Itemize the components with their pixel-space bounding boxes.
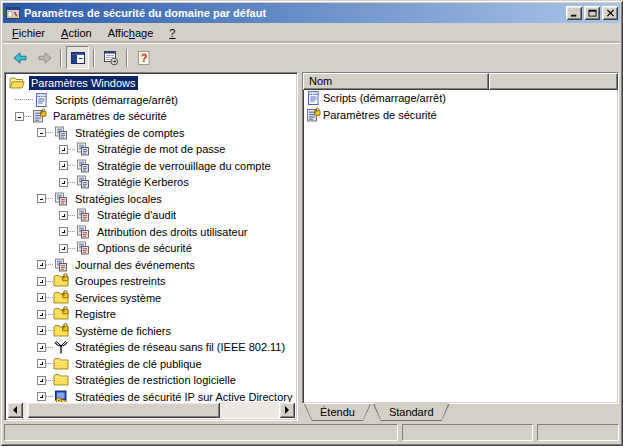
menu-item-1[interactable]: Action — [53, 25, 100, 41]
tree-item[interactable]: Stratégie de verrouillage du compte — [7, 158, 295, 175]
scrollbar-track[interactable] — [23, 402, 279, 418]
tree-item[interactable]: Scripts (démarrage/arrêt) — [7, 92, 295, 109]
tree-item[interactable]: Stratégies de comptes — [7, 125, 295, 142]
horizontal-scrollbar[interactable] — [7, 402, 295, 418]
list-item-label: Paramètres de sécurité — [323, 109, 437, 121]
export-list-button[interactable] — [99, 46, 122, 69]
status-panel — [4, 424, 398, 441]
tab-standard[interactable]: Standard — [373, 404, 450, 421]
menu-item-0[interactable]: Fichier — [4, 25, 53, 41]
expand-plus-icon[interactable] — [59, 161, 68, 170]
expand-plus-icon[interactable] — [37, 376, 46, 385]
tree-item-label: Stratégie Kerberos — [95, 175, 191, 189]
indent-spacer — [7, 330, 37, 331]
status-bar — [4, 424, 619, 441]
console-tree: Paramètres WindowsScripts (démarrage/arr… — [7, 75, 295, 402]
tree-connector — [68, 182, 75, 183]
expand-plus-icon[interactable] — [37, 310, 46, 319]
column-header-empty[interactable] — [489, 73, 618, 90]
tree-item[interactable]: Stratégies locales — [7, 191, 295, 208]
expand-plus-icon[interactable] — [37, 392, 46, 401]
tree-connector — [46, 281, 53, 282]
tab-label: Étendu — [304, 404, 371, 418]
expand-plus-icon[interactable] — [37, 277, 46, 286]
expand-plus-icon[interactable] — [37, 359, 46, 368]
indent-spacer — [7, 99, 15, 100]
indent-spacer — [7, 182, 59, 183]
collapse-minus-icon[interactable] — [37, 194, 46, 203]
console-window-icon — [5, 5, 21, 21]
minimize-button[interactable] — [566, 6, 582, 20]
tree-item-label: Système de fichiers — [73, 324, 173, 338]
expand-plus-icon[interactable] — [59, 211, 68, 220]
forward-button[interactable] — [33, 46, 56, 69]
toolbar-separator — [60, 49, 62, 67]
collapse-minus-icon[interactable] — [15, 112, 24, 121]
expand-plus-icon[interactable] — [37, 326, 46, 335]
tree-item-label: Paramètres de sécurité — [51, 109, 169, 123]
tree-item[interactable]: Stratégies de clé publique — [7, 356, 295, 373]
indent-spacer — [7, 215, 59, 216]
local-policy-icon — [75, 207, 91, 223]
indent-spacer — [7, 347, 37, 348]
indent-spacer — [7, 363, 37, 364]
tree-item[interactable]: Stratégie d'audit — [7, 207, 295, 224]
expand-plus-icon[interactable] — [59, 244, 68, 253]
local-policy-icon — [75, 224, 91, 240]
close-button[interactable] — [602, 6, 618, 20]
menu-item-3[interactable]: ? — [161, 25, 183, 41]
tree-item[interactable]: Options de sécurité — [7, 240, 295, 257]
tree-item[interactable]: Stratégie de mot de passe — [7, 141, 295, 158]
local-policy-icon — [75, 240, 91, 256]
list-item[interactable]: Paramètres de sécurité — [303, 107, 618, 124]
show-hide-console-tree-button[interactable] — [66, 46, 89, 69]
tree-item[interactable]: Système de fichiers — [7, 323, 295, 340]
tree-item[interactable]: Stratégies de sécurité IP sur Active Dir… — [7, 389, 295, 403]
scrollbar-thumb[interactable] — [27, 402, 220, 418]
tree-connector — [46, 198, 53, 199]
expand-plus-icon[interactable] — [59, 178, 68, 187]
tree-item[interactable]: Journal des événements — [7, 257, 295, 274]
collapse-minus-icon[interactable] — [37, 128, 46, 137]
maximize-button[interactable] — [584, 6, 600, 20]
folder-icon — [53, 372, 69, 388]
tree-item[interactable]: Paramètres Windows — [7, 75, 295, 92]
tree-item-label: Attribution des droits utilisateur — [95, 225, 249, 239]
expand-plus-icon[interactable] — [37, 343, 46, 352]
tree-item[interactable]: Stratégie Kerberos — [7, 174, 295, 191]
tree-item[interactable]: Stratégies de restriction logicielle — [7, 372, 295, 389]
tree-item[interactable]: Groupes restreints — [7, 273, 295, 290]
tree-item-label: Stratégies locales — [73, 192, 164, 206]
tree-item[interactable]: Attribution des droits utilisateur — [7, 224, 295, 241]
status-panel — [537, 424, 619, 441]
ipsec-policy-icon — [53, 389, 69, 402]
title-bar[interactable]: Paramètres de sécurité du domaine par dé… — [3, 3, 620, 23]
indent-spacer — [7, 297, 37, 298]
tree-item[interactable]: Registre — [7, 306, 295, 323]
back-button[interactable] — [8, 46, 31, 69]
menu-item-2[interactable]: Affichage — [100, 25, 162, 41]
policy-icon — [75, 141, 91, 157]
tree-item-label: Journal des événements — [73, 258, 197, 272]
expand-plus-icon[interactable] — [59, 227, 68, 236]
tree-item-label: Options de sécurité — [95, 241, 194, 255]
indent-spacer — [7, 380, 37, 381]
policy-icon — [75, 158, 91, 174]
list-item[interactable]: Scripts (démarrage/arrêt) — [303, 90, 618, 107]
list-item-label: Scripts (démarrage/arrêt) — [323, 92, 446, 104]
scroll-left-button[interactable] — [7, 402, 23, 418]
tree-item[interactable]: Stratégies de réseau sans fil (IEEE 802.… — [7, 339, 295, 356]
tab--tendu[interactable]: Étendu — [304, 404, 371, 421]
expand-plus-icon[interactable] — [37, 260, 46, 269]
indent-spacer — [7, 149, 59, 150]
expand-plus-icon[interactable] — [59, 145, 68, 154]
tree-item[interactable]: Paramètres de sécurité — [7, 108, 295, 125]
tree-item[interactable]: Services système — [7, 290, 295, 307]
scroll-right-button[interactable] — [279, 402, 295, 418]
indent-spacer — [7, 248, 59, 249]
column-header-name[interactable]: Nom — [303, 73, 489, 90]
tree-connector — [46, 396, 53, 397]
indent-spacer — [7, 314, 37, 315]
help-button[interactable]: ? — [132, 46, 155, 69]
expand-plus-icon[interactable] — [37, 293, 46, 302]
